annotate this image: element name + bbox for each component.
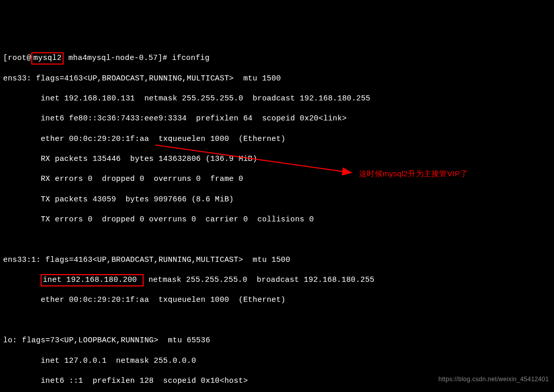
terminal-output: [root@mysql2 mha4mysql-node-0.57]# ifcon… [3,44,554,392]
ens33-tx-errors: TX errors 0 dropped 0 overruns 0 carrier… [3,215,554,225]
lo-flags: lo: flags=73<UP,LOOPBACK,RUNNING> mtu 65… [3,336,554,346]
ens33-rx-packets: RX packets 135446 bytes 143632806 (136.9… [3,154,554,164]
annotation-text: 这时候mysql2升为主接管VIP了 [359,169,468,179]
ens33-tx-packets: TX packets 43059 bytes 9097666 (8.6 MiB) [3,195,554,205]
ens33-rx-errors: RX errors 0 dropped 0 overruns 0 frame 0 [3,174,554,184]
ens33-1-flags: ens33:1: flags=4163<UP,BROADCAST,RUNNING… [3,255,554,265]
ens33-inet6: inet6 fe80::3c36:7433:eee9:3334 prefixle… [3,114,554,124]
hostname-highlight: mysql2 [31,52,64,65]
ens33-1-ether: ether 00:0c:29:20:1f:aa txqueuelen 1000 … [3,295,554,305]
lo-inet: inet 127.0.0.1 netmask 255.0.0.0 [3,356,554,366]
prompt-path: mha4mysql-node-0.57]# [64,54,172,62]
watermark-text: https://blog.csdn.net/weixin_45412401 [439,376,549,384]
prompt-prefix: [root@ [3,54,31,62]
blank-line-2 [3,316,554,326]
vip-highlight: inet 192.168.180.200 [41,274,144,286]
blank-line-1 [3,235,554,245]
prompt-line-1[interactable]: [root@mysql2 mha4mysql-node-0.57]# ifcon… [3,53,554,64]
ens33-ether: ether 00:0c:29:20:1f:aa txqueuelen 1000 … [3,134,554,145]
ens33-inet: inet 192.168.180.131 netmask 255.255.255… [3,94,554,104]
ens33-1-inet-line: inet 192.168.180.200 netmask 255.255.255… [3,275,554,285]
command-ifconfig: ifconfig [172,54,209,62]
ens33-flags: ens33: flags=4163<UP,BROADCAST,RUNNING,M… [3,74,554,84]
